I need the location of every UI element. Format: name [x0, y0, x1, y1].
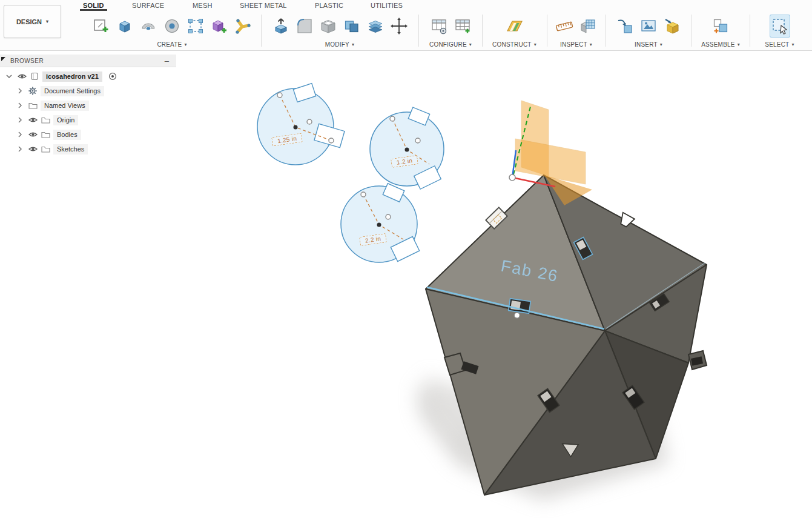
configuration-table-button[interactable]	[452, 15, 473, 38]
group-label-inspect[interactable]: INSPECT ▾	[560, 40, 592, 49]
canvas-button[interactable]	[638, 15, 659, 38]
component-icon	[30, 71, 39, 81]
toolbar-group-inspect: INSPECT ▾	[548, 12, 604, 49]
sketch-profile-2[interactable]	[370, 107, 444, 189]
design-menu-button[interactable]: DESIGN ▾	[4, 5, 61, 38]
pipe-button[interactable]	[233, 15, 253, 38]
group-label-create[interactable]: CREATE ▾	[157, 40, 186, 49]
hole-icon	[163, 17, 181, 35]
browser-panel: BROWSER – icosahedron v21	[0, 55, 176, 160]
fillet-button[interactable]	[294, 15, 315, 38]
press-pull-icon	[272, 17, 290, 35]
browser-item-label[interactable]: Document Settings	[41, 86, 104, 96]
sketch-profile-1[interactable]	[257, 84, 345, 165]
chevron-right-icon[interactable]	[15, 144, 25, 154]
chevron-right-icon[interactable]	[15, 101, 25, 110]
chevron-down-icon: ▾	[469, 42, 472, 47]
offset-face-button[interactable]	[365, 15, 386, 38]
chevron-right-icon[interactable]	[15, 86, 25, 96]
group-label-select[interactable]: SELECT ▾	[765, 40, 794, 49]
group-label-construct[interactable]: CONSTRUCT ▾	[492, 40, 536, 49]
group-label-text: INSERT	[635, 41, 658, 48]
combine-icon	[343, 17, 361, 35]
eye-icon[interactable]	[17, 71, 27, 81]
configuration-table-icon	[454, 17, 472, 35]
sketch-profile-3[interactable]	[341, 184, 420, 262]
eye-icon[interactable]	[28, 130, 38, 139]
tab-mesh[interactable]: MESH	[193, 0, 213, 10]
toolbar-divider	[606, 15, 606, 47]
browser-item-named-views[interactable]: Named Views	[0, 98, 176, 113]
toolbar-divider	[750, 15, 750, 47]
hole-button[interactable]	[162, 15, 182, 38]
chevron-right-icon[interactable]	[15, 130, 25, 139]
combine-button[interactable]	[342, 15, 362, 38]
pattern-button[interactable]	[185, 15, 206, 38]
measure-button[interactable]	[554, 15, 575, 38]
shell-button[interactable]	[318, 15, 338, 38]
extrude-icon	[116, 17, 134, 35]
group-label-text: CREATE	[157, 41, 182, 48]
browser-item-origin[interactable]: Origin	[0, 113, 176, 127]
group-label-assemble[interactable]: ASSEMBLE ▾	[701, 40, 740, 49]
revolve-button[interactable]	[138, 15, 159, 38]
group-label-text: MODIFY	[325, 41, 349, 48]
browser-item-document-settings[interactable]: Document Settings	[0, 84, 176, 98]
browser-header[interactable]: BROWSER –	[0, 55, 176, 67]
pipe-icon	[234, 17, 252, 35]
shell-icon	[319, 17, 337, 35]
eye-icon[interactable]	[28, 115, 38, 125]
design-menu-label: DESIGN	[16, 18, 42, 25]
folder-icon	[28, 101, 38, 110]
browser-item-label[interactable]: Origin	[53, 115, 78, 125]
toolbar: DESIGN ▾ SOLID SURFACE MESH SHEET METAL …	[0, 0, 812, 51]
group-label-modify[interactable]: MODIFY ▾	[325, 40, 354, 49]
group-label-text: CONSTRUCT	[492, 41, 532, 48]
browser-item-root[interactable]: icosahedron v21	[0, 69, 176, 84]
construction-plane-icon	[506, 17, 524, 35]
new-component-button[interactable]	[710, 15, 731, 38]
browser-item-sketches[interactable]: Sketches	[0, 142, 176, 156]
group-label-insert[interactable]: INSERT ▾	[635, 40, 662, 49]
eye-icon[interactable]	[28, 144, 38, 154]
group-label-text: CONFIGURE	[429, 41, 467, 48]
tab-sheet-metal[interactable]: SHEET METAL	[240, 0, 287, 10]
canvas-icon	[639, 17, 658, 35]
group-label-configure[interactable]: CONFIGURE ▾	[429, 40, 472, 49]
browser-item-label[interactable]: Named Views	[41, 101, 89, 111]
browser-item-label[interactable]: Sketches	[53, 144, 88, 154]
tab-surface[interactable]: SURFACE	[132, 0, 164, 10]
browser-item-label[interactable]: Bodies	[53, 130, 81, 140]
gear-icon	[28, 86, 38, 96]
browser-item-label[interactable]: icosahedron v21	[42, 71, 102, 82]
group-label-text: ASSEMBLE	[701, 41, 735, 48]
select-button[interactable]	[770, 15, 790, 38]
extrude-button[interactable]	[114, 15, 135, 38]
derive-button[interactable]	[615, 15, 635, 38]
configure-button[interactable]	[429, 15, 449, 38]
construction-plane-button[interactable]	[504, 15, 525, 38]
chevron-down-icon: ▾	[590, 42, 592, 47]
press-pull-button[interactable]	[271, 15, 291, 38]
collapse-panel-button[interactable]: –	[165, 55, 169, 67]
create-sketch-button[interactable]	[91, 15, 111, 38]
measure-icon	[555, 17, 573, 35]
mcmaster-button[interactable]	[662, 15, 682, 38]
chevron-down-icon[interactable]	[4, 71, 14, 81]
tab-plastic[interactable]: PLASTIC	[315, 0, 343, 10]
tab-solid[interactable]: SOLID	[83, 0, 104, 10]
move-copy-button[interactable]	[389, 15, 409, 38]
move-icon	[390, 17, 408, 35]
application-window: Fab 26	[0, 0, 812, 518]
activate-radio-icon[interactable]	[108, 71, 117, 81]
create-form-button[interactable]	[209, 15, 229, 38]
revolve-icon	[139, 17, 157, 35]
create-form-icon	[210, 17, 228, 35]
toolbar-group-construct: CONSTRUCT ▾	[483, 12, 546, 49]
tab-utilities[interactable]: UTILITIES	[371, 0, 403, 10]
folder-icon	[41, 115, 50, 125]
browser-item-bodies[interactable]: Bodies	[0, 127, 176, 142]
section-analysis-button[interactable]	[578, 15, 598, 38]
toolbar-divider	[261, 15, 262, 47]
chevron-right-icon[interactable]	[15, 115, 25, 125]
